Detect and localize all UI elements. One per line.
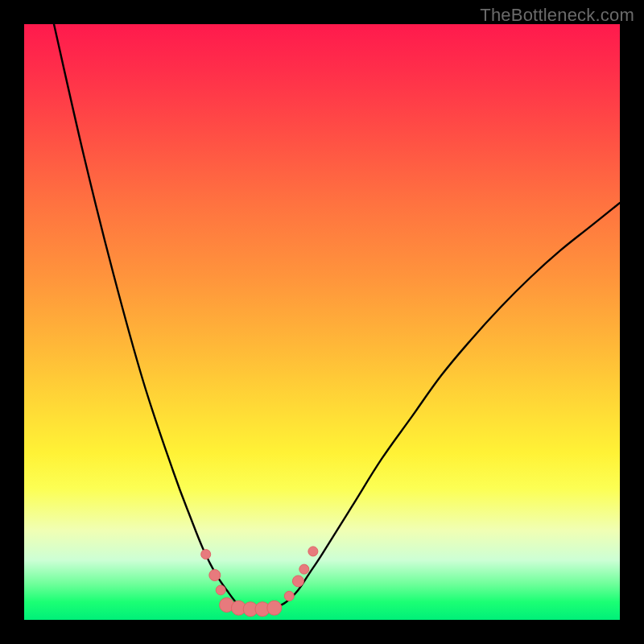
data-marker: [299, 564, 309, 574]
data-marker: [267, 601, 282, 615]
data-marker: [216, 585, 225, 595]
chart-svg: [24, 24, 620, 620]
plot-area: [24, 24, 620, 620]
chart-frame: TheBottleneck.com: [0, 0, 644, 644]
watermark-text: TheBottleneck.com: [480, 5, 634, 26]
data-marker: [308, 547, 318, 556]
data-marker: [201, 550, 211, 559]
data-marker: [209, 570, 221, 581]
marker-group: [201, 547, 318, 617]
data-marker: [284, 591, 294, 601]
bottleneck-curve: [54, 24, 620, 612]
data-marker: [292, 576, 303, 587]
